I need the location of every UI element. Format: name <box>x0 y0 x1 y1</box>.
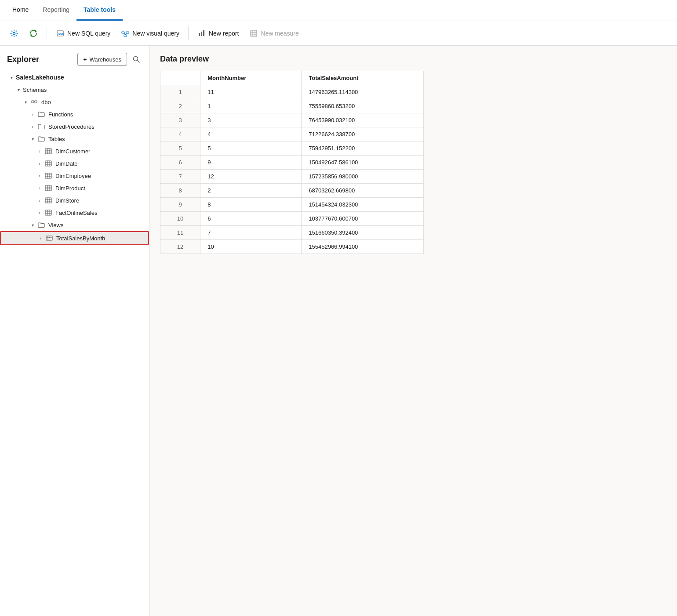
chevron-down-icon: ▾ <box>28 221 37 229</box>
tree-item-functions[interactable]: › Functions <box>0 108 149 120</box>
cell-rownum: 7 <box>160 170 200 184</box>
schemas-label: Schemas <box>23 87 47 93</box>
chevron-down-icon: ▾ <box>28 134 37 143</box>
new-visual-query-label: New visual query <box>132 30 179 37</box>
settings-button[interactable] <box>5 26 23 40</box>
svg-rect-26 <box>45 161 51 166</box>
tree-item-dimemployee[interactable]: › DimEmployee <box>0 170 149 182</box>
tree-item-dimcustomer[interactable]: › DimCustomer <box>0 145 149 157</box>
svg-rect-9 <box>201 32 202 36</box>
cell-totalsalesamount: 75942951.152200 <box>302 141 424 156</box>
tree-item-tables[interactable]: ▾ Tables <box>0 133 149 145</box>
chevron-right-icon: › <box>36 234 45 243</box>
table-row: 8268703262.669800 <box>160 184 424 198</box>
tree-item-views[interactable]: ▾ Views <box>0 219 149 231</box>
cell-rownum: 3 <box>160 113 200 127</box>
new-visual-query-button[interactable]: New visual query <box>116 26 184 40</box>
tree-item-dimdate[interactable]: › DimDate <box>0 157 149 170</box>
stored-procedures-label: StoredProcedures <box>48 123 95 130</box>
tab-bar: Home Reporting Table tools <box>0 0 677 21</box>
table-row: 106103777670.600700 <box>160 212 424 226</box>
new-measure-button[interactable]: New measure <box>245 26 303 40</box>
folder-icon <box>37 122 46 131</box>
table-row: 98151454324.032300 <box>160 198 424 212</box>
svg-rect-3 <box>122 32 124 33</box>
cell-monthnumber: 2 <box>200 184 302 198</box>
tree-item-saleslakehouse[interactable]: ▾ SalesLakehouse <box>0 71 149 83</box>
chevron-right-icon: › <box>35 159 44 168</box>
cell-monthnumber: 6 <box>200 212 302 226</box>
tab-home-label: Home <box>12 6 29 13</box>
col-header-rownum <box>160 71 200 85</box>
svg-rect-4 <box>126 32 129 33</box>
col-header-monthnumber: MonthNumber <box>200 71 302 85</box>
cell-totalsalesamount: 155452966.994100 <box>302 240 424 254</box>
cell-totalsalesamount: 75559860.653200 <box>302 99 424 113</box>
tree-item-dimproduct[interactable]: › DimProduct <box>0 182 149 194</box>
tab-reporting[interactable]: Reporting <box>36 0 76 21</box>
tab-table-tools[interactable]: Table tools <box>76 0 123 21</box>
cell-rownum: 12 <box>160 240 200 254</box>
cell-monthnumber: 3 <box>200 113 302 127</box>
warehouses-label: Warehouses <box>90 56 122 63</box>
cell-totalsalesamount: 147963265.114300 <box>302 85 424 99</box>
cell-rownum: 9 <box>160 198 200 212</box>
tree-item-schemas[interactable]: ▾ Schemas <box>0 83 149 96</box>
explorer-actions: + Warehouses <box>77 53 142 66</box>
chevron-down-icon: ▾ <box>7 73 16 82</box>
svg-text:SQL: SQL <box>58 33 64 35</box>
table-row: 117151660350.392400 <box>160 226 424 240</box>
chevron-down-icon: ▾ <box>14 85 23 94</box>
table-row: 712157235856.980000 <box>160 170 424 184</box>
view-icon <box>45 234 54 243</box>
tree-item-stored-procedures[interactable]: › StoredProcedures <box>0 120 149 133</box>
col-header-totalsalesamount: TotalSalesAmount <box>302 71 424 85</box>
tree-item-totalsalesbymonth[interactable]: › TotalSalesByMonth <box>0 231 149 245</box>
table-icon <box>44 171 53 180</box>
search-icon <box>132 55 140 63</box>
svg-line-17 <box>138 61 140 63</box>
new-sql-query-button[interactable]: SQL New SQL query <box>51 26 115 40</box>
tab-reporting-label: Reporting <box>43 6 69 13</box>
new-report-button[interactable]: New report <box>193 26 243 40</box>
table-row: 69150492647.586100 <box>160 156 424 170</box>
table-icon <box>44 208 53 217</box>
search-button[interactable] <box>131 54 142 65</box>
svg-point-0 <box>13 32 15 34</box>
refresh-icon <box>29 29 38 38</box>
report-icon <box>197 29 206 38</box>
visual-query-icon <box>121 29 130 38</box>
sql-icon: SQL <box>56 29 65 38</box>
cell-totalsalesamount: 151454324.032300 <box>302 198 424 212</box>
cell-monthnumber: 10 <box>200 240 302 254</box>
factonlinesales-label: FactOnlineSales <box>55 210 97 216</box>
table-row: 4471226624.338700 <box>160 127 424 141</box>
cell-rownum: 2 <box>160 99 200 113</box>
cell-totalsalesamount: 157235856.980000 <box>302 170 424 184</box>
chevron-right-icon: › <box>35 184 44 192</box>
chevron-right-icon: › <box>35 208 44 217</box>
explorer-header: Explorer + Warehouses <box>0 46 149 69</box>
saleslakehouse-label: SalesLakehouse <box>16 74 64 81</box>
cell-rownum: 4 <box>160 127 200 141</box>
cell-monthnumber: 5 <box>200 141 302 156</box>
tree-item-dimstore[interactable]: › DimStore <box>0 194 149 207</box>
folder-icon <box>37 110 46 119</box>
table-row: 2175559860.653200 <box>160 99 424 113</box>
tree-item-factonlinesales[interactable]: › FactOnlineSales <box>0 207 149 219</box>
toolbar-sep-2 <box>188 26 189 40</box>
cell-totalsalesamount: 150492647.586100 <box>302 156 424 170</box>
cell-monthnumber: 4 <box>200 127 302 141</box>
tab-home[interactable]: Home <box>5 0 36 21</box>
folder-icon <box>37 134 46 143</box>
svg-rect-51 <box>46 236 52 240</box>
svg-rect-5 <box>124 35 127 36</box>
refresh-button[interactable] <box>25 26 42 40</box>
explorer-panel: Explorer + Warehouses <box>0 46 149 616</box>
cell-monthnumber: 1 <box>200 99 302 113</box>
tree-item-dbo[interactable]: ▾ dbo <box>0 96 149 108</box>
svg-rect-8 <box>199 33 200 36</box>
cell-monthnumber: 12 <box>200 170 302 184</box>
warehouses-button[interactable]: + Warehouses <box>77 53 127 66</box>
folder-icon <box>37 221 46 229</box>
